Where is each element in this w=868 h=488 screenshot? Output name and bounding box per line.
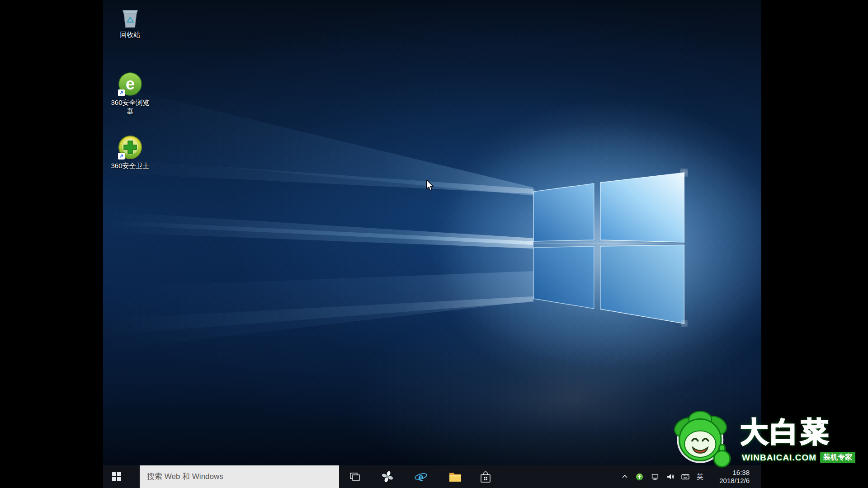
green-360-tray-button[interactable] — [632, 465, 646, 488]
network-icon — [651, 473, 660, 481]
internet-explorer-button[interactable]: e — [410, 465, 432, 488]
recycle-bin-icon — [118, 5, 142, 29]
volume-button[interactable] — [663, 465, 677, 488]
pinwheel-app-icon — [382, 471, 393, 483]
volume-icon — [666, 473, 675, 481]
windows-desktop: 回收站 e 360安全浏览器 — [103, 0, 761, 488]
internet-explorer-icon: e — [414, 470, 428, 483]
taskbar: e — [103, 465, 761, 488]
windows-store-button[interactable] — [475, 465, 496, 488]
start-button[interactable] — [106, 465, 127, 488]
desktop-icon-label: 360安全卫士 — [108, 161, 152, 170]
start-icon — [112, 472, 121, 481]
windows-store-icon — [480, 471, 491, 483]
taskbar-clock[interactable]: 16:38 2018/12/6 — [709, 465, 752, 488]
desktop-icon-label: 360安全浏览器 — [108, 98, 152, 115]
360-safeguard-icon — [118, 135, 143, 160]
task-view-icon — [350, 473, 360, 481]
360-browser-icon: e — [118, 71, 143, 97]
shortcut-arrow-icon — [118, 89, 125, 96]
touch-keyboard-button[interactable] — [678, 465, 692, 488]
letterbox-right — [761, 0, 868, 488]
letterbox-left — [0, 0, 103, 488]
desktop-icon-360-browser[interactable]: e 360安全浏览器 — [105, 71, 155, 115]
desktop-icon-label: 回收站 — [108, 30, 152, 39]
taskbar-search-input[interactable] — [140, 465, 339, 488]
touch-keyboard-icon — [681, 473, 689, 481]
tray-expand-chevron-icon — [621, 473, 628, 480]
desktop-icon-360-safeguard[interactable]: 360安全卫士 — [105, 135, 155, 170]
windows-hero-logo — [103, 0, 761, 465]
clock-time: 16:38 — [732, 469, 750, 477]
clock-date: 2018/12/6 — [719, 477, 750, 485]
pinwheel-app-button[interactable] — [377, 465, 398, 488]
svg-text:e: e — [418, 470, 423, 483]
shortcut-arrow-icon — [118, 153, 125, 160]
file-explorer-icon — [449, 471, 462, 482]
input-language-label: 英 — [697, 473, 703, 481]
svg-text:e: e — [126, 75, 135, 93]
desktop-wallpaper[interactable] — [103, 0, 761, 465]
file-explorer-button[interactable] — [444, 465, 466, 488]
screen: 回收站 e 360安全浏览器 — [0, 0, 868, 488]
input-language-indicator[interactable]: 英 — [693, 465, 707, 488]
tray-expand-button[interactable] — [618, 465, 632, 488]
network-button[interactable] — [648, 465, 662, 488]
desktop-icon-recycle-bin[interactable]: 回收站 — [105, 5, 155, 39]
green-360-tray-icon — [636, 473, 643, 481]
task-view-button[interactable] — [344, 465, 366, 488]
